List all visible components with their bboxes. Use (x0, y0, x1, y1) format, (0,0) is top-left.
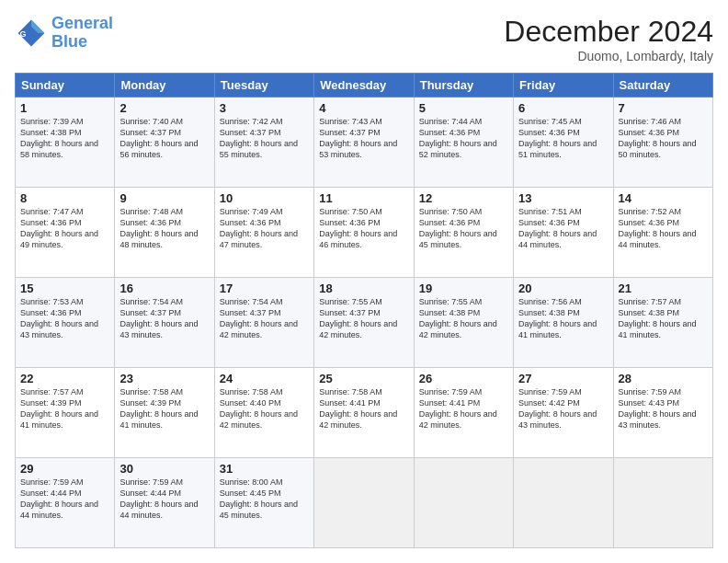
calendar-cell: 20 Sunrise: 7:56 AMSunset: 4:38 PMDaylig… (514, 278, 613, 368)
cell-info: Sunrise: 7:56 AMSunset: 4:38 PMDaylight:… (518, 296, 608, 341)
calendar-cell: 17 Sunrise: 7:54 AMSunset: 4:37 PMDaylig… (214, 278, 313, 368)
weekday-wednesday: Wednesday (314, 74, 414, 98)
calendar-cell: 19 Sunrise: 7:55 AMSunset: 4:38 PMDaylig… (414, 278, 513, 368)
cell-info: Sunrise: 8:00 AMSunset: 4:45 PMDaylight:… (220, 477, 309, 522)
logo-line1: General (51, 14, 113, 32)
cell-info: Sunrise: 7:47 AMSunset: 4:36 PMDaylight:… (20, 206, 109, 251)
cell-info: Sunrise: 7:39 AMSunset: 4:38 PMDaylight:… (20, 116, 109, 161)
day-number: 27 (518, 372, 608, 385)
cell-info: Sunrise: 7:48 AMSunset: 4:36 PMDaylight:… (119, 206, 209, 251)
day-number: 15 (20, 282, 109, 295)
day-number: 3 (220, 101, 309, 115)
calendar-cell: 1 Sunrise: 7:39 AMSunset: 4:38 PMDayligh… (16, 98, 115, 188)
calendar-cell (314, 458, 414, 548)
month-title: December 2024 (504, 15, 713, 49)
weekday-saturday: Saturday (613, 74, 712, 98)
day-number: 12 (419, 191, 508, 205)
cell-info: Sunrise: 7:59 AMSunset: 4:44 PMDaylight:… (20, 477, 109, 522)
day-number: 30 (119, 462, 209, 476)
cell-info: Sunrise: 7:57 AMSunset: 4:38 PMDaylight:… (619, 296, 708, 341)
cell-info: Sunrise: 7:58 AMSunset: 4:41 PMDaylight:… (319, 386, 408, 431)
day-number: 8 (20, 191, 109, 205)
cell-info: Sunrise: 7:55 AMSunset: 4:38 PMDaylight:… (419, 296, 508, 341)
logo: G General Blue (15, 15, 113, 52)
cell-info: Sunrise: 7:49 AMSunset: 4:36 PMDaylight:… (220, 206, 309, 251)
calendar-cell: 25 Sunrise: 7:58 AMSunset: 4:41 PMDaylig… (314, 368, 414, 458)
cell-info: Sunrise: 7:59 AMSunset: 4:41 PMDaylight:… (419, 386, 508, 431)
day-number: 26 (419, 372, 508, 385)
day-number: 29 (20, 462, 109, 476)
day-number: 4 (319, 101, 408, 115)
day-number: 14 (619, 191, 708, 205)
weekday-monday: Monday (115, 74, 214, 98)
day-number: 10 (220, 191, 309, 205)
calendar-cell: 22 Sunrise: 7:57 AMSunset: 4:39 PMDaylig… (16, 368, 115, 458)
calendar-cell: 8 Sunrise: 7:47 AMSunset: 4:36 PMDayligh… (16, 188, 115, 278)
calendar-cell: 29 Sunrise: 7:59 AMSunset: 4:44 PMDaylig… (16, 458, 115, 548)
calendar-cell: 6 Sunrise: 7:45 AMSunset: 4:36 PMDayligh… (514, 98, 613, 188)
week-row-1: 1 Sunrise: 7:39 AMSunset: 4:38 PMDayligh… (16, 98, 713, 188)
day-number: 24 (220, 372, 309, 385)
cell-info: Sunrise: 7:43 AMSunset: 4:37 PMDaylight:… (319, 116, 408, 161)
calendar-cell: 16 Sunrise: 7:54 AMSunset: 4:37 PMDaylig… (115, 278, 214, 368)
logo-icon: G (15, 17, 48, 50)
cell-info: Sunrise: 7:53 AMSunset: 4:36 PMDaylight:… (20, 296, 109, 341)
calendar-cell (514, 458, 613, 548)
calendar-cell: 4 Sunrise: 7:43 AMSunset: 4:37 PMDayligh… (314, 98, 414, 188)
day-number: 21 (619, 282, 708, 295)
cell-info: Sunrise: 7:59 AMSunset: 4:44 PMDaylight:… (119, 477, 209, 522)
cell-info: Sunrise: 7:59 AMSunset: 4:43 PMDaylight:… (619, 386, 708, 431)
calendar-cell: 28 Sunrise: 7:59 AMSunset: 4:43 PMDaylig… (613, 368, 712, 458)
day-number: 13 (518, 191, 608, 205)
calendar-cell: 9 Sunrise: 7:48 AMSunset: 4:36 PMDayligh… (115, 188, 214, 278)
logo-line2: Blue (51, 32, 87, 51)
logo-text: General Blue (51, 15, 113, 52)
cell-info: Sunrise: 7:55 AMSunset: 4:37 PMDaylight:… (319, 296, 408, 341)
week-row-2: 8 Sunrise: 7:47 AMSunset: 4:36 PMDayligh… (16, 188, 713, 278)
day-number: 20 (518, 282, 608, 295)
day-number: 18 (319, 282, 408, 295)
cell-info: Sunrise: 7:45 AMSunset: 4:36 PMDaylight:… (518, 116, 608, 161)
calendar-cell: 13 Sunrise: 7:51 AMSunset: 4:36 PMDaylig… (514, 188, 613, 278)
weekday-thursday: Thursday (414, 74, 513, 98)
day-number: 25 (319, 372, 408, 385)
cell-info: Sunrise: 7:50 AMSunset: 4:36 PMDaylight:… (419, 206, 508, 251)
cell-info: Sunrise: 7:57 AMSunset: 4:39 PMDaylight:… (20, 386, 109, 431)
calendar-cell: 11 Sunrise: 7:50 AMSunset: 4:36 PMDaylig… (314, 188, 414, 278)
cell-info: Sunrise: 7:52 AMSunset: 4:36 PMDaylight:… (619, 206, 708, 251)
calendar-cell: 3 Sunrise: 7:42 AMSunset: 4:37 PMDayligh… (214, 98, 313, 188)
cell-info: Sunrise: 7:44 AMSunset: 4:36 PMDaylight:… (419, 116, 508, 161)
weekday-tuesday: Tuesday (214, 74, 313, 98)
cell-info: Sunrise: 7:54 AMSunset: 4:37 PMDaylight:… (220, 296, 309, 341)
cell-info: Sunrise: 7:51 AMSunset: 4:36 PMDaylight:… (518, 206, 608, 251)
calendar-cell: 24 Sunrise: 7:58 AMSunset: 4:40 PMDaylig… (214, 368, 313, 458)
location: Duomo, Lombardy, Italy (504, 49, 713, 63)
calendar-cell (414, 458, 513, 548)
calendar-cell: 23 Sunrise: 7:58 AMSunset: 4:39 PMDaylig… (115, 368, 214, 458)
calendar-cell: 2 Sunrise: 7:40 AMSunset: 4:37 PMDayligh… (115, 98, 214, 188)
day-number: 23 (119, 372, 209, 385)
day-number: 2 (119, 101, 209, 115)
cell-info: Sunrise: 7:59 AMSunset: 4:42 PMDaylight:… (518, 386, 608, 431)
title-block: December 2024 Duomo, Lombardy, Italy (504, 15, 713, 63)
day-number: 19 (419, 282, 508, 295)
day-number: 1 (20, 101, 109, 115)
day-number: 31 (220, 462, 309, 476)
calendar-cell: 10 Sunrise: 7:49 AMSunset: 4:36 PMDaylig… (214, 188, 313, 278)
calendar-cell: 30 Sunrise: 7:59 AMSunset: 4:44 PMDaylig… (115, 458, 214, 548)
day-number: 9 (119, 191, 209, 205)
cell-info: Sunrise: 7:46 AMSunset: 4:36 PMDaylight:… (619, 116, 708, 161)
page: G General Blue December 2024 Duomo, Lomb… (0, 0, 728, 563)
calendar: SundayMondayTuesdayWednesdayThursdayFrid… (15, 73, 713, 548)
week-row-5: 29 Sunrise: 7:59 AMSunset: 4:44 PMDaylig… (16, 458, 713, 548)
day-number: 6 (518, 101, 608, 115)
calendar-cell: 21 Sunrise: 7:57 AMSunset: 4:38 PMDaylig… (613, 278, 712, 368)
day-number: 22 (20, 372, 109, 385)
weekday-header-row: SundayMondayTuesdayWednesdayThursdayFrid… (16, 74, 713, 98)
day-number: 17 (220, 282, 309, 295)
calendar-cell: 7 Sunrise: 7:46 AMSunset: 4:36 PMDayligh… (613, 98, 712, 188)
day-number: 11 (319, 191, 408, 205)
day-number: 7 (619, 101, 708, 115)
cell-info: Sunrise: 7:40 AMSunset: 4:37 PMDaylight:… (119, 116, 209, 161)
cell-info: Sunrise: 7:58 AMSunset: 4:39 PMDaylight:… (119, 386, 209, 431)
